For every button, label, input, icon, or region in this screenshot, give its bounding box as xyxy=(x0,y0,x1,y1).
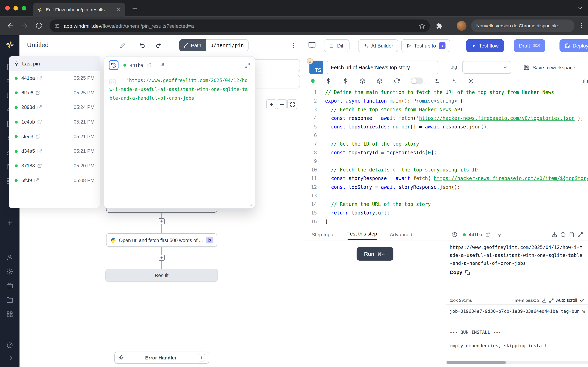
plus-icon[interactable] xyxy=(6,219,13,226)
history-icon[interactable] xyxy=(452,232,458,238)
insert-step-button[interactable] xyxy=(159,218,164,224)
test-up-to-button[interactable]: Test up to a xyxy=(401,39,450,52)
info-icon[interactable] xyxy=(560,232,566,238)
clipboard-icon[interactable] xyxy=(569,232,575,238)
sidebar-expand-icon[interactable] xyxy=(6,355,13,361)
resources-dollar-icon[interactable] xyxy=(342,78,348,84)
window-close-button[interactable] xyxy=(5,6,10,10)
diff-button[interactable]: Diff xyxy=(324,39,350,52)
profile-avatar[interactable] xyxy=(457,21,467,31)
autoscroll-checkbox[interactable] xyxy=(579,298,585,303)
step-name-input[interactable] xyxy=(327,61,438,74)
download-icon[interactable] xyxy=(552,232,557,238)
window-zoom-button[interactable] xyxy=(22,6,26,10)
expand-icon[interactable] xyxy=(245,62,250,68)
gear-icon[interactable] xyxy=(6,268,13,275)
expand-logs-icon[interactable] xyxy=(549,298,554,303)
save-to-workspace-button[interactable]: Save to workspace xyxy=(523,61,575,74)
last-pin-row[interactable]: d34a505:21 PM xyxy=(9,144,100,158)
editor-settings-gear-icon[interactable] xyxy=(468,78,474,84)
briefcase-icon[interactable] xyxy=(6,282,13,289)
path-control[interactable]: Path u/henri/pin xyxy=(179,39,249,51)
back-button[interactable] xyxy=(7,22,14,30)
deploy-button[interactable]: Deploy xyxy=(559,39,588,52)
windmill-logo-icon[interactable] xyxy=(5,40,15,50)
draft-button[interactable]: Draft ⌘S xyxy=(514,39,545,52)
external-link-icon[interactable] xyxy=(37,163,42,168)
last-pin-row[interactable]: 1e4ab05:21 PM xyxy=(9,115,100,129)
refresh-icon[interactable] xyxy=(394,78,400,84)
last-pin-list: 441ba05:25 PM6f1c605:25 PM2893d05:24 PM1… xyxy=(9,71,100,188)
pin-icon[interactable] xyxy=(497,232,502,237)
tab-close-icon[interactable] xyxy=(116,7,122,12)
package-icon[interactable] xyxy=(359,78,366,84)
code-editor[interactable]: 12345678910111213141516 // Define the ma… xyxy=(304,87,588,228)
variables-dollar-icon[interactable] xyxy=(325,78,331,84)
fit-view-button[interactable] xyxy=(287,99,297,109)
docs-book-icon[interactable] xyxy=(308,42,316,49)
run-button[interactable]: Run ⌘↵ xyxy=(357,247,393,261)
browser-menu-icon[interactable] xyxy=(578,22,585,29)
last-pin-row[interactable]: 3718805:20 PM xyxy=(9,158,100,173)
reload-button[interactable] xyxy=(35,22,43,29)
tag-select[interactable] xyxy=(462,61,511,74)
external-link-icon[interactable] xyxy=(37,119,42,124)
pin-icon[interactable] xyxy=(160,62,166,68)
insert-step-button[interactable] xyxy=(159,255,164,261)
tab-search-chevron-icon[interactable] xyxy=(576,5,583,12)
window-minimize-button[interactable] xyxy=(13,6,18,10)
external-link-icon[interactable] xyxy=(35,90,40,95)
diff-mode-icon[interactable] xyxy=(434,78,440,84)
external-link-icon[interactable] xyxy=(485,232,490,237)
help-icon[interactable] xyxy=(6,342,13,349)
history-button[interactable] xyxy=(109,60,119,70)
ai-builder-button[interactable]: AI Builder xyxy=(358,39,398,52)
address-bar[interactable]: app.windmill.dev/flows/edit/u/henri/pin_… xyxy=(49,20,430,32)
browser-tab[interactable]: Edit Flow u/henri/pin_results xyxy=(33,3,125,17)
error-handler-node[interactable]: Error Handler xyxy=(114,352,209,364)
last-pin-row[interactable]: 6fcf905:08 PM xyxy=(9,173,100,188)
tab-step-input[interactable]: Step Input xyxy=(311,232,335,240)
download-logs-icon[interactable] xyxy=(542,298,547,303)
undo-icon[interactable] xyxy=(139,42,146,49)
resize-handle-icon[interactable] xyxy=(249,203,253,206)
last-pin-row[interactable]: 2893d05:24 PM xyxy=(9,100,100,115)
zoom-in-button[interactable] xyxy=(266,99,277,109)
horizontal-scrollbar-thumb[interactable] xyxy=(447,361,506,364)
external-link-icon[interactable] xyxy=(34,178,39,183)
external-link-icon[interactable] xyxy=(35,134,40,139)
site-info-icon[interactable] xyxy=(54,23,60,29)
zoom-out-button[interactable] xyxy=(277,99,287,109)
redo-icon[interactable] xyxy=(155,42,162,49)
tab-test-this-step[interactable]: Test this step xyxy=(347,231,377,240)
grid-icon[interactable] xyxy=(6,311,13,317)
test-flow-button[interactable]: Test flow xyxy=(466,39,504,52)
external-link-icon[interactable] xyxy=(37,149,42,154)
bookmark-star-icon[interactable] xyxy=(419,23,425,29)
chrome-update-button[interactable]: Nouvelle version de Chrome disponible xyxy=(471,20,575,32)
new-tab-button[interactable] xyxy=(131,4,139,12)
more-options-icon[interactable] xyxy=(290,42,297,49)
edit-title-pencil-icon[interactable] xyxy=(120,43,126,48)
fullscreen-icon[interactable] xyxy=(578,232,583,238)
tab-advanced[interactable]: Advanced xyxy=(390,232,412,240)
external-link-icon[interactable] xyxy=(37,76,42,81)
copy-button[interactable]: Copy xyxy=(450,269,470,275)
horizontal-scrollbar[interactable] xyxy=(446,361,588,364)
external-link-icon[interactable] xyxy=(37,105,42,110)
last-pin-row[interactable]: 441ba05:25 PM xyxy=(9,71,100,85)
folder-icon[interactable] xyxy=(6,297,13,303)
flow-node-b[interactable]: Open url and fetch first 500 words of ..… xyxy=(106,233,217,247)
user-icon[interactable] xyxy=(6,254,13,261)
external-link-icon[interactable] xyxy=(147,63,151,68)
library-columns-icon[interactable] xyxy=(582,78,588,84)
last-pin-row[interactable]: cfee305:21 PM xyxy=(9,129,100,144)
add-error-handler-button[interactable] xyxy=(198,354,205,361)
extensions-puzzle-icon[interactable] xyxy=(436,22,442,29)
last-pin-row[interactable]: 6f1c605:25 PM xyxy=(9,85,100,100)
editor-toggle[interactable] xyxy=(411,77,423,84)
result-node[interactable]: Result xyxy=(105,269,218,282)
package-icon[interactable] xyxy=(376,78,383,84)
forward-button[interactable] xyxy=(21,22,29,30)
ai-sparkles-icon[interactable] xyxy=(451,78,457,84)
